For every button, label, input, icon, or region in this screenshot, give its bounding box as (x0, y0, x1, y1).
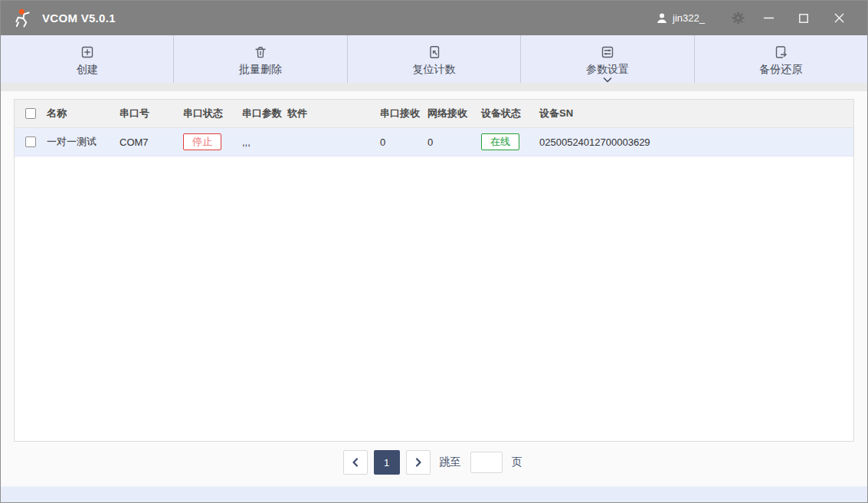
titlebar-controls: jin322_ (656, 7, 857, 30)
param-settings-button[interactable]: 参数设置 (520, 35, 693, 83)
maximize-button[interactable] (786, 7, 821, 30)
create-button[interactable]: 创建 (1, 35, 173, 83)
cell-net-received: 0 (426, 136, 480, 148)
user-account-button[interactable]: jin322_ (656, 12, 705, 25)
param-settings-label: 参数设置 (586, 63, 629, 77)
batch-delete-button[interactable]: 批量删除 (173, 35, 346, 83)
chevron-right-icon (413, 457, 424, 468)
jump-to-label: 跳至 (440, 455, 461, 469)
param-settings-icon (600, 44, 615, 60)
main-content: 名称 串口号 串口状态 串口参数 软件 串口接收 网络接收 设备状态 设备SN … (1, 91, 867, 486)
jump-page-input[interactable] (470, 452, 503, 473)
cell-device-sn: 02500524012700003629 (538, 136, 853, 148)
backup-restore-icon (773, 44, 788, 60)
gear-icon (732, 12, 745, 25)
backup-restore-label: 备份还原 (759, 63, 802, 77)
settings-gear-button[interactable] (725, 7, 751, 30)
select-all-cell (15, 108, 45, 119)
close-icon (834, 13, 844, 23)
status-bar (1, 486, 867, 502)
table-row[interactable]: 一对一测试 COM7 停止 ,,, 0 0 在线 025005240127000… (15, 128, 853, 156)
usr-runner-logo-icon (11, 7, 34, 30)
app-title: VCOM V5.0.1 (42, 12, 116, 25)
toolbar-divider-strip (1, 83, 867, 91)
vcom-window: VCOM V5.0.1 jin322_ (0, 0, 868, 503)
cell-port-params: ,,, (241, 136, 286, 148)
row-select-cell (15, 136, 45, 147)
reset-count-icon (427, 44, 442, 60)
close-button[interactable] (821, 7, 857, 30)
next-page-button[interactable] (406, 450, 431, 475)
prev-page-button[interactable] (343, 450, 368, 475)
chevron-down-icon[interactable] (603, 77, 612, 83)
maximize-icon (799, 14, 808, 23)
batch-delete-icon (253, 44, 268, 60)
cell-port-received: 0 (378, 136, 426, 148)
table-header-row: 名称 串口号 串口状态 串口参数 软件 串口接收 网络接收 设备状态 设备SN (15, 100, 853, 128)
select-all-checkbox[interactable] (25, 108, 36, 119)
chevron-left-icon (350, 457, 361, 468)
col-header-software: 软件 (286, 107, 378, 120)
user-icon (656, 12, 668, 25)
col-header-port-params: 串口参数 (241, 107, 286, 120)
minimize-button[interactable] (751, 7, 786, 30)
toolbar: 创建 批量删除 复位计数 (1, 35, 867, 83)
col-header-com-port: 串口号 (118, 107, 182, 120)
col-header-port-status: 串口状态 (182, 107, 241, 120)
col-header-net-received: 网络接收 (426, 107, 480, 120)
cell-com-port: COM7 (118, 136, 182, 148)
row-checkbox[interactable] (25, 136, 36, 147)
username-label: jin322_ (673, 12, 705, 24)
page-number-button[interactable]: 1 (374, 450, 400, 475)
create-label: 创建 (77, 63, 98, 77)
pagination: 1 跳至 页 (14, 450, 854, 475)
reset-count-label: 复位计数 (413, 63, 456, 77)
title-bar: VCOM V5.0.1 jin322_ (1, 1, 867, 35)
cell-port-status: 停止 (182, 133, 241, 150)
backup-restore-button[interactable]: 备份还原 (694, 35, 867, 83)
device-status-online-badge: 在线 (481, 133, 519, 150)
device-table: 名称 串口号 串口状态 串口参数 软件 串口接收 网络接收 设备状态 设备SN … (14, 99, 854, 442)
col-header-port-received: 串口接收 (378, 107, 426, 120)
col-header-name: 名称 (45, 107, 118, 120)
col-header-device-status: 设备状态 (480, 107, 538, 120)
port-status-stopped-badge: 停止 (183, 133, 221, 150)
minimize-icon (764, 17, 774, 19)
create-icon (80, 44, 95, 60)
reset-count-button[interactable]: 复位计数 (347, 35, 520, 83)
cell-name: 一对一测试 (45, 135, 118, 149)
batch-delete-label: 批量删除 (239, 63, 282, 77)
page-unit-label: 页 (512, 455, 522, 469)
col-header-device-sn: 设备SN (538, 107, 853, 120)
cell-device-status: 在线 (480, 133, 538, 150)
